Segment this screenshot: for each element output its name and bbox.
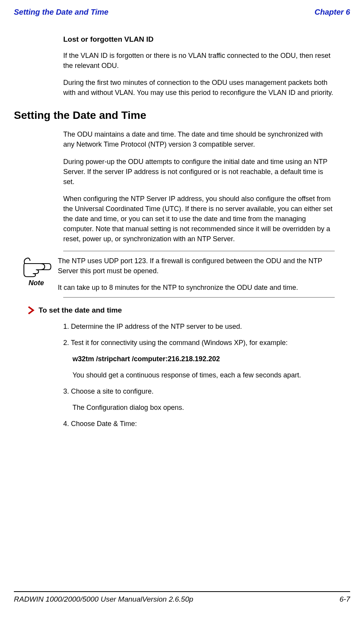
step: 1. Determine the IP address of the NTP s… [63,321,335,331]
chevron-right-icon [28,306,37,315]
body-content: Lost or forgotten VLAN ID If the VLAN ID… [14,35,350,98]
step-result: The Configuration dialog box opens. [72,403,335,413]
note-icon-column: Note [14,256,51,287]
footer-right: 6-7 [340,595,350,604]
note-block: Note The NTP uses UDP port 123. If a fir… [63,251,335,297]
note-label: Note [22,279,51,287]
paragraph: During power-up the ODU attempts to conf… [63,157,335,187]
step-command: w32tm /stripchart /computer:216.218.192.… [72,354,335,364]
body-content: The ODU maintains a date and time. The d… [14,129,350,429]
paragraph: If the VLAN ID is forgotten or there is … [63,51,335,71]
procedure-heading: To set the date and time [14,306,335,315]
page-header: Setting the Date and Time Chapter 6 [14,8,350,17]
paragraph: The ODU maintains a date and time. The d… [63,129,335,149]
running-head-left: Setting the Date and Time [14,8,108,17]
note-paragraph: It can take up to 8 minutes for the NTP … [58,282,335,293]
running-head-right: Chapter 6 [315,8,350,17]
step-result: You should get a continuous response of … [72,370,335,380]
step: 4. Choose Date & Time: [63,419,335,429]
pointing-hand-icon [22,256,52,277]
heading-setting-date-time: Setting the Date and Time [14,109,350,122]
step: 3. Choose a site to configure. [63,386,335,396]
paragraph: During the first two minutes of connecti… [63,78,335,98]
procedure-title: To set the date and time [39,306,122,315]
subheading-lost-vlan: Lost or forgotten VLAN ID [63,35,335,44]
note-paragraph: The NTP uses UDP port 123. If a firewall… [58,256,335,276]
page-footer: RADWIN 1000/2000/5000 User ManualVersion… [14,591,350,604]
paragraph: When configuring the NTP Server IP addre… [63,194,335,244]
note-body: The NTP uses UDP port 123. If a firewall… [58,256,335,292]
step: 2. Test it for connectivity using the co… [63,338,335,348]
footer-left: RADWIN 1000/2000/5000 User ManualVersion… [14,595,193,604]
